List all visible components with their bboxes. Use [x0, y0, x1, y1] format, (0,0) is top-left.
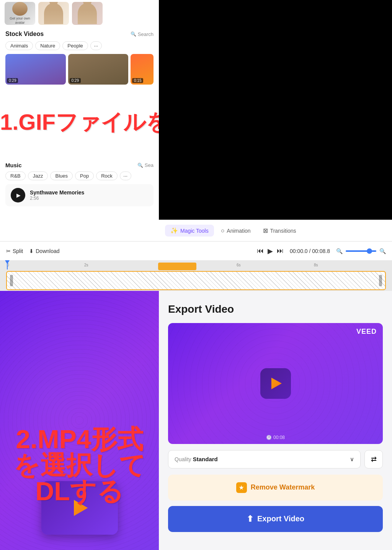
- clock-icon: 🕐: [266, 435, 272, 440]
- search-icon: 🔍: [131, 31, 136, 37]
- magic-tools-icon: ✨: [170, 227, 178, 234]
- split-button[interactable]: ✂ Split: [6, 248, 23, 254]
- ruler-8s: 8s: [314, 263, 318, 267]
- export-play-wrapper: [260, 368, 291, 399]
- overlay-text-step-1: 1.GIFファイルをインポートする: [0, 107, 159, 137]
- quality-select[interactable]: Quality Standard ∨: [168, 450, 361, 468]
- avatar-item-2[interactable]: [38, 2, 69, 25]
- zoom-out-icon[interactable]: 🔍: [336, 248, 343, 254]
- export-time-indicator: 🕐 00:08: [266, 435, 285, 440]
- music-info: Synthwave Memories 2:56: [30, 189, 148, 201]
- remove-watermark-label: Remove Watermark: [251, 483, 315, 491]
- veed-watermark: VEED: [356, 328, 377, 336]
- zoom-thumb: [367, 248, 372, 254]
- top-section: Get your own avatar Stock Videos 🔍 Searc…: [0, 0, 392, 241]
- ruler-6s: 6s: [237, 263, 241, 267]
- track-clip[interactable]: [6, 271, 386, 290]
- download-label: Download: [36, 248, 59, 254]
- get-own-avatar-item[interactable]: Get your own avatar: [5, 2, 35, 25]
- tag-music-more[interactable]: ···: [120, 171, 131, 180]
- music-title: Music: [5, 162, 22, 168]
- animation-icon: ○: [221, 227, 225, 234]
- fast-forward-button[interactable]: ⏭: [277, 247, 284, 255]
- tab-magic-tools[interactable]: ✨ Magic Tools: [165, 225, 214, 237]
- ruler-2s: 2s: [84, 263, 88, 267]
- tab-animation[interactable]: ○ Animation: [216, 225, 256, 237]
- playhead-arrow: [5, 260, 10, 264]
- export-panel: Export Video VEED 🕐 00:08 Quality Standa…: [159, 291, 392, 550]
- filter-tags: Animals Nature People ···: [5, 41, 154, 50]
- quality-value: Standard: [193, 456, 218, 462]
- music-duration: 2:56: [30, 196, 148, 201]
- zoom-control: 🔍 🔍: [336, 248, 386, 254]
- music-track-item[interactable]: ▶ Synthwave Memories 2:56: [5, 184, 154, 206]
- download-icon: ⬇: [29, 248, 34, 254]
- orange-progress-bar: [158, 263, 196, 270]
- settings-button[interactable]: ⇄: [364, 450, 383, 468]
- music-tags: R&B Jazz Blues Pop Rock ···: [5, 171, 154, 180]
- music-header: Music 🔍 Sea: [5, 162, 154, 168]
- stock-videos-title: Stock Videos: [5, 31, 44, 38]
- tag-more[interactable]: ···: [90, 41, 102, 50]
- tag-animals[interactable]: Animals: [5, 41, 33, 50]
- thumb-duration-2: 0:29: [70, 78, 81, 83]
- right-toolbar: ✨ Magic Tools ○ Animation ⊠ Transitions: [159, 220, 392, 241]
- playhead[interactable]: [7, 260, 8, 269]
- timeline-section: ✂ Split ⬇ Download ⏮ ▶ ⏭ 00:00.0 / 00:08…: [0, 241, 392, 291]
- avatar-row: Get your own avatar: [0, 0, 159, 27]
- transitions-icon: ⊠: [263, 227, 268, 234]
- stock-videos-section: Stock Videos 🔍 Search Animals Nature Peo…: [0, 27, 159, 90]
- overlay-text-step-2: 2.MP4形式を選択してDLする: [0, 426, 159, 504]
- video-thumb-1[interactable]: 0:29: [5, 54, 66, 85]
- preview-panel: ✨ Magic Tools ○ Animation ⊠ Transitions: [159, 0, 392, 241]
- tag-nature[interactable]: Nature: [35, 41, 60, 50]
- tab-transitions[interactable]: ⊠ Transitions: [258, 225, 302, 237]
- music-name: Synthwave Memories: [30, 189, 148, 196]
- split-label: Split: [13, 248, 23, 254]
- timeline-controls: ✂ Split ⬇ Download ⏮ ▶ ⏭ 00:00.0 / 00:08…: [0, 241, 392, 260]
- transitions-label: Transitions: [270, 228, 296, 234]
- export-play-icon: [270, 377, 283, 390]
- play-pause-button[interactable]: ▶: [268, 247, 273, 255]
- music-search-label: Sea: [145, 162, 154, 168]
- playback-controls: ⏮ ▶ ⏭: [257, 247, 284, 255]
- music-play-button[interactable]: ▶: [11, 188, 25, 202]
- human-silhouette-2: [78, 3, 97, 24]
- left-panel: Get your own avatar Stock Videos 🔍 Searc…: [0, 0, 159, 241]
- remove-watermark-button[interactable]: ★ Remove Watermark: [168, 475, 383, 501]
- chevron-down-icon: ∨: [350, 456, 354, 463]
- tag-pop[interactable]: Pop: [75, 171, 94, 180]
- rewind-button[interactable]: ⏮: [257, 247, 264, 255]
- export-video-label: Export Video: [257, 514, 304, 523]
- video-thumb-3[interactable]: 0:15: [131, 54, 154, 85]
- animation-label: Animation: [227, 228, 250, 234]
- stock-search[interactable]: 🔍 Search: [131, 31, 154, 37]
- tag-rnb[interactable]: R&B: [5, 171, 26, 180]
- settings-icon: ⇄: [371, 455, 377, 464]
- tag-rock[interactable]: Rock: [96, 171, 118, 180]
- split-icon: ✂: [6, 248, 11, 254]
- timeline-body: 0 2s 4s 6s 8s: [0, 260, 392, 291]
- tag-jazz[interactable]: Jazz: [28, 171, 48, 180]
- quality-select-content: Quality Standard: [175, 456, 218, 462]
- upload-icon: ⬆: [247, 514, 253, 524]
- avatar-face: [12, 2, 28, 16]
- search-label: Search: [138, 31, 154, 37]
- tag-people[interactable]: People: [62, 41, 88, 50]
- quality-row: Quality Standard ∨ ⇄: [168, 450, 383, 468]
- avatar-item-3[interactable]: [72, 2, 103, 25]
- clip-handle-right[interactable]: [379, 275, 382, 286]
- clip-handle-left[interactable]: [10, 275, 13, 286]
- download-button[interactable]: ⬇ Download: [29, 248, 59, 254]
- export-video-button[interactable]: ⬆ Export Video: [168, 506, 383, 532]
- video-thumb-2[interactable]: 0:29: [68, 54, 129, 85]
- human-silhouette-1: [44, 3, 63, 24]
- music-search-icon: 🔍: [137, 163, 143, 168]
- quality-label: Quality: [175, 456, 191, 462]
- music-search[interactable]: 🔍 Sea: [137, 162, 154, 168]
- tag-blues[interactable]: Blues: [50, 171, 73, 180]
- export-title: Export Video: [168, 303, 383, 315]
- zoom-track[interactable]: [346, 250, 376, 252]
- zoom-in-icon[interactable]: 🔍: [379, 248, 386, 254]
- thumb-duration-3: 0:15: [132, 78, 143, 83]
